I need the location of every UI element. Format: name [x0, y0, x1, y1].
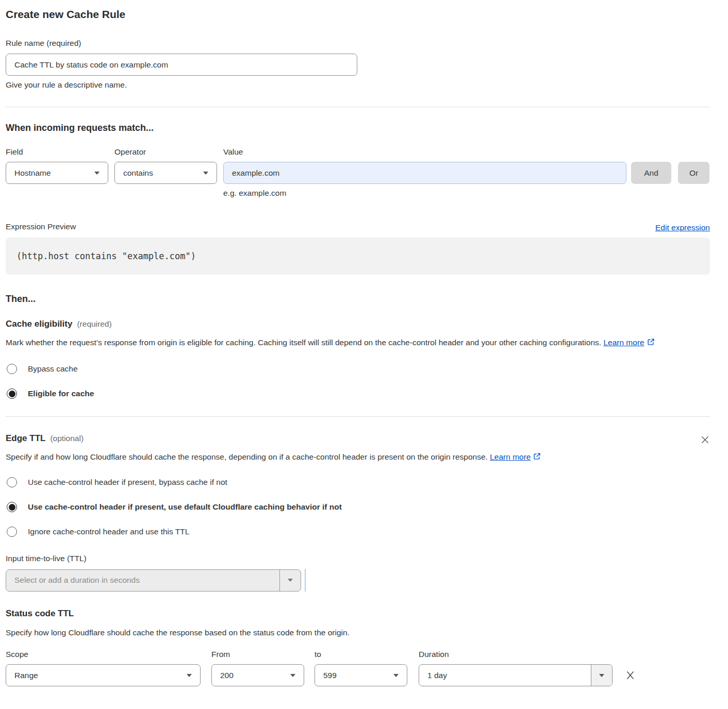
match-section-heading: When incoming requests match... — [6, 123, 710, 133]
edge-ttl-qualifier: (optional) — [50, 434, 84, 443]
from-label: From — [211, 648, 304, 660]
duration-dropdown-button[interactable] — [591, 665, 612, 686]
radio-icon-selected[interactable] — [7, 389, 17, 399]
ttl-duration-placeholder: Select or add a duration in seconds — [6, 570, 279, 591]
create-cache-rule-form: Create new Cache Rule Rule name (require… — [0, 0, 728, 686]
status-code-ttl-row: Scope Range From 200 to 599 Duration 1 d… — [6, 648, 710, 686]
chevron-down-icon — [290, 674, 295, 677]
radio-label: Use cache-control header if present, byp… — [28, 478, 227, 487]
external-link-icon — [647, 338, 655, 346]
text-cursor — [305, 569, 306, 592]
close-icon[interactable] — [700, 435, 710, 445]
external-link-icon — [533, 452, 541, 460]
ttl-duration-select: Select or add a duration in seconds — [6, 569, 301, 592]
and-button[interactable]: And — [631, 162, 671, 184]
radio-icon[interactable] — [7, 477, 17, 487]
expression-preview-label: Expression Preview — [6, 221, 76, 232]
match-row: Field Hostname Operator contains Value e… — [6, 146, 710, 198]
field-select-value: Hostname — [14, 168, 51, 178]
learn-more-link[interactable]: Learn more — [490, 452, 531, 461]
status-code-ttl-description: Specify how long Cloudflare should cache… — [6, 626, 710, 640]
scope-select-value: Range — [14, 671, 38, 680]
divider — [6, 416, 710, 417]
edge-ttl-heading: Edge TTL — [6, 433, 45, 444]
radio-label: Bypass cache — [28, 364, 78, 374]
radio-option-ignore-header[interactable]: Ignore cache-control header and use this… — [6, 527, 189, 537]
expression-code: (http.host contains "example.com") — [16, 251, 196, 261]
then-heading: Then... — [6, 294, 710, 305]
from-select-value: 200 — [220, 671, 234, 680]
chevron-down-icon — [599, 674, 604, 677]
edge-ttl-description: Specify if and how long Cloudflare shoul… — [6, 450, 541, 464]
chevron-down-icon — [288, 579, 293, 582]
cache-eligibility-description: Mark whether the request’s response from… — [6, 335, 710, 350]
operator-select[interactable]: contains — [114, 162, 217, 184]
radio-label: Use cache-control header if present, use… — [28, 502, 342, 512]
radio-icon[interactable] — [7, 527, 17, 537]
value-input[interactable] — [223, 162, 626, 184]
rule-name-label: Rule name (required) — [6, 37, 710, 49]
radio-label: Ignore cache-control header and use this… — [28, 527, 189, 536]
radio-option-use-header-bypass[interactable]: Use cache-control header if present, byp… — [6, 477, 227, 487]
radio-icon-selected[interactable] — [7, 502, 17, 512]
delete-row-icon[interactable] — [625, 670, 636, 681]
learn-more-link[interactable]: Learn more — [603, 338, 644, 347]
duration-label: Duration — [419, 648, 613, 660]
ttl-input-label: Input time-to-live (TTL) — [6, 552, 710, 564]
chevron-down-icon — [203, 172, 208, 175]
radio-label: Eligible for cache — [28, 389, 94, 398]
expression-preview-box: (http.host contains "example.com") — [6, 238, 710, 275]
duration-select[interactable]: 1 day — [419, 664, 613, 686]
chevron-down-icon — [94, 172, 100, 175]
to-label: to — [315, 648, 407, 660]
scope-select[interactable]: Range — [6, 664, 201, 686]
to-select[interactable]: 599 — [315, 664, 407, 686]
rule-name-input[interactable] — [6, 54, 357, 76]
from-select[interactable]: 200 — [211, 664, 304, 686]
value-label: Value — [223, 146, 626, 158]
value-example-text: e.g. example.com — [223, 189, 626, 198]
divider — [6, 107, 710, 107]
rule-name-help: Give your rule a descriptive name. — [6, 80, 710, 90]
edit-expression-link[interactable]: Edit expression — [655, 223, 710, 232]
operator-select-value: contains — [123, 168, 153, 178]
field-select[interactable]: Hostname — [6, 162, 108, 184]
radio-option-use-header-default[interactable]: Use cache-control header if present, use… — [6, 502, 342, 512]
chevron-down-icon — [187, 674, 192, 677]
ttl-duration-dropdown-button[interactable] — [279, 570, 301, 591]
duration-select-value: 1 day — [419, 665, 591, 686]
to-select-value: 599 — [323, 671, 337, 680]
or-button[interactable]: Or — [678, 162, 709, 184]
radio-option-eligible-for-cache[interactable]: Eligible for cache — [6, 389, 94, 399]
operator-label: Operator — [114, 146, 217, 158]
scope-label: Scope — [6, 648, 201, 660]
cache-eligibility-heading: Cache eligibility — [6, 319, 72, 329]
cache-eligibility-qualifier: (required) — [77, 319, 111, 329]
chevron-down-icon — [393, 674, 399, 677]
radio-option-bypass-cache[interactable]: Bypass cache — [6, 364, 78, 374]
radio-icon[interactable] — [7, 364, 17, 374]
page-title: Create new Cache Rule — [6, 7, 710, 22]
status-code-ttl-heading: Status code TTL — [6, 609, 74, 619]
field-label: Field — [6, 146, 108, 158]
